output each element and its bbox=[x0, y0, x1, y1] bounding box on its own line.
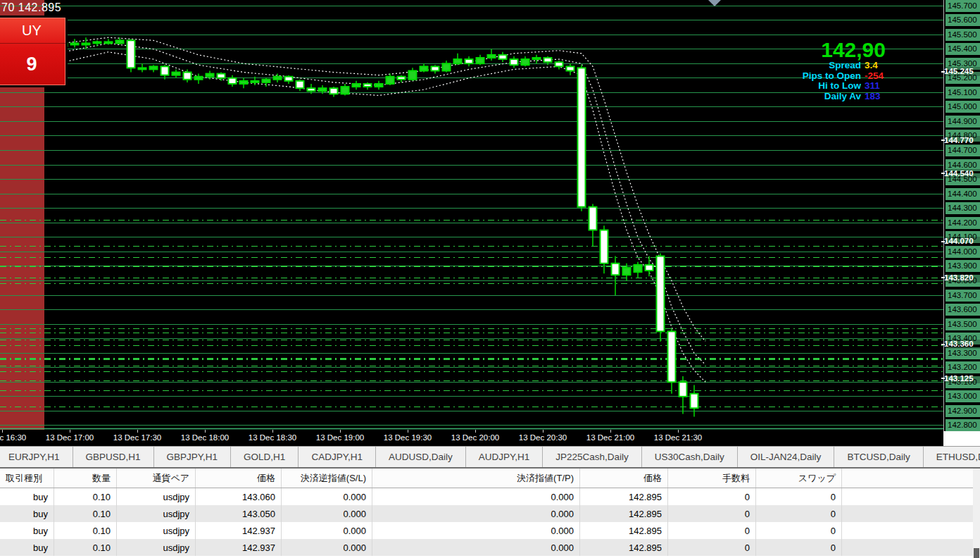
bull-candle bbox=[274, 77, 282, 80]
orders-column-header[interactable]: 決済逆指値(S/L) bbox=[282, 469, 372, 488]
stat-value: 183 bbox=[865, 92, 886, 102]
bull-candle bbox=[263, 80, 270, 82]
orders-column-header[interactable]: スワップ bbox=[756, 469, 842, 488]
order-cell: usdjpy bbox=[117, 505, 196, 522]
orders-header-row: 取引種別数量通貨ペア価格決済逆指値(S/L)決済指値(T/P)価格手数料スワップ… bbox=[0, 469, 980, 488]
order-cell: 143.050 bbox=[196, 505, 282, 522]
bear-candle bbox=[510, 59, 518, 65]
time-label: 13 Dec 20:00 bbox=[451, 433, 499, 442]
chart-tab-eurjpy-h1[interactable]: EURJPY,H1 bbox=[0, 447, 73, 467]
bull-candle bbox=[375, 84, 383, 87]
order-row[interactable]: buy0.10usdjpy142.9370.0000.000142.89500-… bbox=[0, 522, 980, 539]
chart-tab-cadjpy-h1[interactable]: CADJPY,H1 bbox=[299, 447, 376, 467]
orders-column-header[interactable]: 数量 bbox=[54, 469, 117, 488]
time-tick bbox=[610, 430, 611, 433]
order-cell: buy bbox=[0, 488, 54, 506]
chart-tab-gold-h1[interactable]: GOLD,H1 bbox=[231, 447, 299, 467]
time-label: 13 Dec 17:00 bbox=[46, 433, 94, 442]
price-marker-tick bbox=[941, 241, 945, 242]
bull-candle bbox=[195, 77, 203, 80]
bear-candle bbox=[691, 394, 698, 409]
orders-column-header[interactable]: 決済指値(T/P) bbox=[372, 469, 580, 488]
time-tick bbox=[678, 430, 679, 433]
bull-candle bbox=[488, 55, 496, 58]
chart-tab-gbpjpy-h1[interactable]: GBPJPY,H1 bbox=[154, 447, 232, 467]
order-cell: 143.060 bbox=[196, 488, 282, 506]
order-row[interactable]: buy0.10usdjpy142.9370.0000.000142.89500-… bbox=[0, 539, 980, 556]
scrollbar-thumb[interactable] bbox=[974, 548, 979, 558]
bear-candle bbox=[499, 55, 507, 59]
time-label: 13 Dec 20:30 bbox=[519, 433, 567, 442]
bull-candle bbox=[387, 77, 394, 84]
order-cell: 0 bbox=[668, 505, 756, 522]
chart-tab-oil-jan24-daily[interactable]: OIL-JAN24,Daily bbox=[738, 447, 835, 467]
order-cell: 0 bbox=[668, 488, 756, 506]
bear-candle bbox=[105, 42, 113, 43]
chart-tab-bar: EURJPY,H1GBPUSD,H1GBPJPY,H1GOLD,H1CADJPY… bbox=[0, 446, 980, 467]
time-tick bbox=[137, 430, 138, 433]
bull-candle bbox=[341, 87, 349, 94]
bull-candle bbox=[522, 59, 529, 65]
time-tick bbox=[340, 430, 341, 433]
stat-label: Spread bbox=[829, 60, 861, 70]
order-cell: -420 bbox=[842, 539, 980, 556]
price-scale-label: 145.000 bbox=[946, 101, 980, 113]
orders-column-header[interactable]: 価格 bbox=[196, 469, 282, 488]
orders-column-header[interactable]: 損益 bbox=[842, 469, 980, 488]
price-marker-tick bbox=[941, 140, 945, 141]
chart-tab-ethusd-daily[interactable]: ETHUSD,Daily bbox=[924, 447, 980, 467]
chart-tab-gbpusd-h1[interactable]: GBPUSD,H1 bbox=[73, 447, 154, 467]
price-scale-label: 142.800 bbox=[946, 419, 980, 431]
order-cell: -420 bbox=[842, 522, 980, 539]
chart-tab-audusd-daily[interactable]: AUDUSD,Daily bbox=[376, 447, 466, 467]
time-tick bbox=[543, 430, 544, 433]
buy-button-price: 9 bbox=[0, 44, 65, 85]
price-marker-label: 144.770 bbox=[944, 136, 980, 145]
chart-tab-audjpy-h1[interactable]: AUDJPY,H1 bbox=[466, 447, 544, 467]
orders-column-header[interactable]: 通貨ペア bbox=[117, 469, 196, 488]
bull-candle bbox=[623, 268, 631, 275]
price-scale-label: 143.500 bbox=[946, 318, 980, 330]
price-stats: Spread3.4Pips to Open-254Hi to Low311Dai… bbox=[803, 61, 886, 101]
time-tick bbox=[2, 430, 3, 433]
bull-candle bbox=[409, 70, 417, 79]
order-row[interactable]: buy0.10usdjpy143.0600.0000.000142.89500-… bbox=[0, 488, 980, 506]
chart-area[interactable]: 70 142.895 UY 9 142,90 Spread3.4Pips to … bbox=[0, 0, 943, 430]
chart-tab-jp225cash-daily[interactable]: JP225Cash,Daily bbox=[543, 447, 642, 467]
orders-column-header[interactable]: 価格 bbox=[580, 469, 668, 488]
price-marker-tick bbox=[941, 71, 945, 73]
time-axis[interactable]: 13 Dec 16:3013 Dec 17:0013 Dec 17:3013 D… bbox=[0, 430, 943, 446]
price-scale-label: 144.400 bbox=[946, 188, 980, 200]
time-label: 13 Dec 19:00 bbox=[316, 433, 364, 442]
order-cell: 142.895 bbox=[580, 488, 668, 506]
chart-tab-btcusd-daily[interactable]: BTCUSD,Daily bbox=[834, 447, 923, 467]
bull-candle bbox=[443, 63, 451, 70]
price-scale[interactable]: 145.700145.600145.500145.400145.300145.2… bbox=[943, 0, 980, 431]
stat-value: 3.4 bbox=[865, 61, 886, 71]
price-marker-label: 144.540 bbox=[944, 169, 980, 178]
orders-column-header[interactable]: 取引種別 bbox=[0, 469, 54, 488]
order-cell: 0 bbox=[756, 539, 842, 556]
order-row[interactable]: buy0.10usdjpy143.0500.0000.000142.89500-… bbox=[0, 505, 980, 522]
order-cell: -1 650 bbox=[842, 488, 980, 506]
price-marker-tick bbox=[941, 344, 945, 345]
bull-candle bbox=[420, 66, 428, 70]
time-tick bbox=[205, 430, 206, 433]
stat-label: Pips to Open bbox=[803, 70, 861, 81]
bull-candle bbox=[82, 43, 90, 44]
price-scale-label: 143.200 bbox=[946, 361, 980, 373]
bear-candle bbox=[184, 73, 191, 80]
price-scale-label: 144.200 bbox=[946, 217, 980, 229]
orders-scrollbar[interactable] bbox=[973, 469, 980, 558]
bear-candle bbox=[465, 59, 473, 63]
orders-column-header[interactable]: 手数料 bbox=[668, 469, 756, 488]
stat-row-pips-to-open: Pips to Open-254 bbox=[803, 71, 886, 82]
bull-candle bbox=[319, 88, 327, 91]
bull-candle bbox=[206, 74, 214, 77]
price-scale-label: 144.900 bbox=[946, 116, 980, 128]
one-click-buy-button[interactable]: UY 9 bbox=[0, 16, 68, 87]
bull-candle bbox=[353, 84, 360, 87]
buy-button-label: UY bbox=[0, 18, 65, 44]
price-scale-label: 145.600 bbox=[946, 14, 980, 26]
chart-tab-us30cash-daily[interactable]: US30Cash,Daily bbox=[642, 447, 738, 467]
